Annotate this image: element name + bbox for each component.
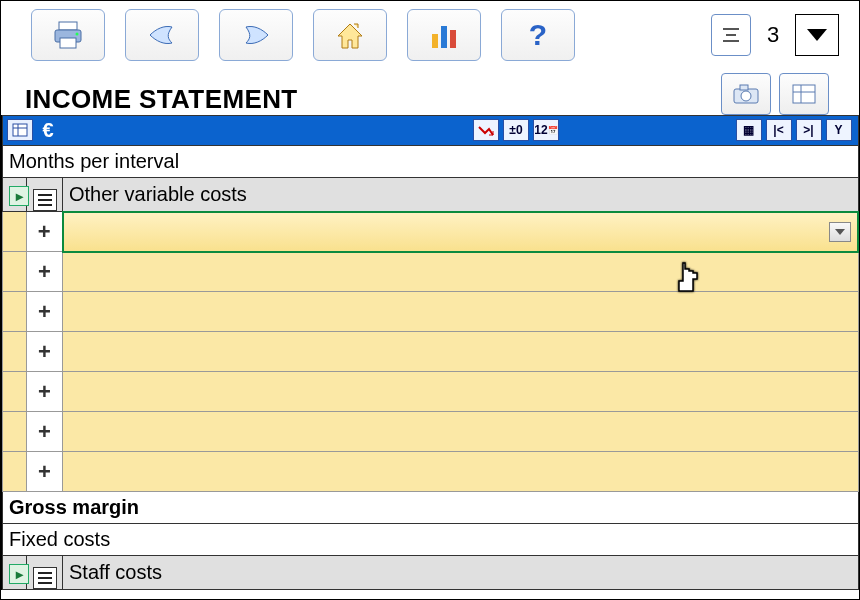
svg-rect-9 — [740, 85, 748, 90]
svg-rect-2 — [60, 38, 76, 48]
expand-staff-costs[interactable]: ▸ — [9, 564, 29, 584]
input-row-2: + — [3, 252, 859, 292]
trend-icon — [477, 123, 495, 137]
input-cell-6[interactable] — [63, 412, 859, 452]
currency-label: € — [43, 119, 54, 141]
add-row-4[interactable]: + — [27, 332, 63, 372]
add-row-7[interactable]: + — [27, 452, 63, 492]
zoom-mode-button[interactable] — [711, 14, 751, 56]
input-cell-1[interactable] — [63, 212, 859, 252]
input-row-6: + — [3, 412, 859, 452]
table-props-button[interactable] — [7, 119, 33, 141]
svg-point-8 — [741, 91, 751, 101]
svg-rect-6 — [450, 30, 456, 48]
input-cell-2[interactable] — [63, 252, 859, 292]
cell-dropdown[interactable] — [829, 222, 851, 242]
staff-costs-row: ▸ Staff costs — [3, 556, 859, 590]
staff-costs-label: Staff costs — [63, 556, 859, 590]
help-icon: ? — [529, 18, 547, 52]
layout-button[interactable] — [779, 73, 829, 115]
svg-point-3 — [76, 33, 79, 36]
gross-margin-row: Gross margin — [3, 492, 859, 524]
home-button[interactable] — [313, 9, 387, 61]
input-row-7: + — [3, 452, 859, 492]
nav-back-button[interactable] — [125, 9, 199, 61]
expand-other-variable[interactable]: ▸ — [9, 186, 29, 206]
currency-header-row: € ±0 12📅 ▦ |< >| Y — [3, 116, 859, 146]
nav-forward-button[interactable] — [219, 9, 293, 61]
chart-icon — [428, 20, 460, 50]
months-label: Months per interval — [3, 146, 859, 178]
add-row-5[interactable]: + — [27, 372, 63, 412]
camera-icon — [732, 83, 760, 105]
other-variable-label: Other variable costs — [63, 178, 859, 212]
add-row-1[interactable]: + — [27, 212, 63, 252]
print-button[interactable] — [31, 9, 105, 61]
menu-staff-costs[interactable] — [33, 567, 57, 589]
svg-rect-10 — [793, 85, 815, 103]
input-row-4: + — [3, 332, 859, 372]
input-cell-4[interactable] — [63, 332, 859, 372]
input-row-1: + — [3, 212, 859, 252]
months-row: Months per interval — [3, 146, 859, 178]
other-variable-costs-row: ▸ Other variable costs — [3, 178, 859, 212]
calendar-button[interactable]: 12📅 — [533, 119, 559, 141]
help-button[interactable]: ? — [501, 9, 575, 61]
grid-view-button[interactable]: ▦ — [736, 119, 762, 141]
last-period-button[interactable]: >| — [796, 119, 822, 141]
svg-rect-13 — [13, 124, 27, 136]
income-table: € ±0 12📅 ▦ |< >| Y — [2, 115, 859, 590]
toolbar: ? 3 — [1, 1, 859, 69]
zoom-level: 3 — [761, 22, 785, 48]
home-icon — [334, 20, 366, 50]
tree-button[interactable]: Y — [826, 119, 852, 141]
input-cell-7[interactable] — [63, 452, 859, 492]
input-row-5: + — [3, 372, 859, 412]
hand-right-icon — [236, 23, 276, 47]
chart-button[interactable] — [407, 9, 481, 61]
add-row-6[interactable]: + — [27, 412, 63, 452]
menu-other-variable[interactable] — [33, 189, 57, 211]
input-row-3: + — [3, 292, 859, 332]
input-cell-5[interactable] — [63, 372, 859, 412]
fixed-costs-row: Fixed costs — [3, 524, 859, 556]
fixed-costs-label: Fixed costs — [3, 524, 859, 556]
layout-icon — [791, 83, 817, 105]
add-row-2[interactable]: + — [27, 252, 63, 292]
table-icon — [12, 123, 28, 137]
svg-rect-0 — [59, 22, 77, 30]
zoom-dropdown[interactable] — [795, 14, 839, 56]
add-row-3[interactable]: + — [27, 292, 63, 332]
print-icon — [51, 20, 85, 50]
input-cell-3[interactable] — [63, 292, 859, 332]
trend-button[interactable] — [473, 119, 499, 141]
screenshot-button[interactable] — [721, 73, 771, 115]
first-period-button[interactable]: |< — [766, 119, 792, 141]
decimals-button[interactable]: ±0 — [503, 119, 529, 141]
svg-rect-5 — [441, 26, 447, 48]
gross-margin-label: Gross margin — [3, 492, 859, 524]
svg-rect-4 — [432, 34, 438, 48]
page-title: INCOME STATEMENT — [25, 84, 298, 115]
hand-left-icon — [142, 23, 182, 47]
